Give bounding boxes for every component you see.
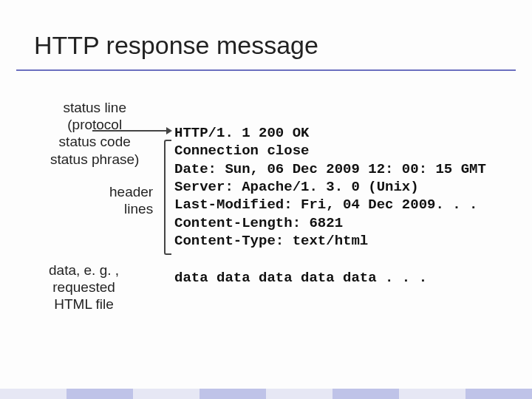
header-line: Date: Sun, 06 Dec 2009 12: 00: 15 GMT <box>174 161 486 177</box>
header-line: Server: Apache/1. 3. 0 (Unix) <box>174 179 419 195</box>
label-status-line: status line (protocol status code status… <box>50 99 139 168</box>
http-body-text: data data data data data . . . <box>174 269 427 287</box>
header-line: Content-Length: 6821 <box>174 215 343 231</box>
pointer-status-line <box>92 130 171 132</box>
label-data-body: data, e. g. , requested HTML file <box>49 262 119 313</box>
slide-title: HTTP response message <box>34 31 318 60</box>
header-line: Content-Type: text/html <box>174 233 368 249</box>
status-line-text: HTTP/1. 1 200 OK <box>174 125 309 141</box>
header-line: Last-Modified: Fri, 04 Dec 2009. . . <box>174 197 477 213</box>
label-header-lines: header lines <box>109 183 153 217</box>
http-response-block: HTTP/1. 1 200 OK Connection close Date: … <box>174 124 486 250</box>
title-underline <box>16 69 516 71</box>
bracket-header-lines <box>164 140 171 255</box>
footer-accent-strip <box>0 389 532 399</box>
header-line: Connection close <box>174 143 309 159</box>
